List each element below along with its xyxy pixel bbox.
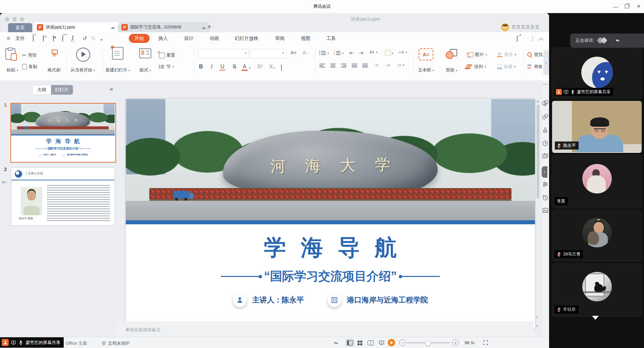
slide2-thumbnail[interactable]: 丨主讲人介绍 陈永平 教授 (11, 167, 115, 226)
menu-tools[interactable]: 工具 (326, 36, 336, 42)
font-color-button[interactable]: A (241, 64, 248, 71)
participant-tile[interactable]: 28马兰青 (552, 210, 642, 261)
participant-tile-video[interactable]: 陈永平 (552, 101, 642, 153)
paste-icon[interactable] (5, 48, 15, 60)
protection-status[interactable]: 文档未保护 (101, 340, 130, 346)
find-button[interactable]: 查找 (527, 52, 543, 58)
picture-button[interactable]: 图片 ▾ (467, 52, 487, 58)
shapes-icon[interactable] (445, 48, 458, 59)
view-sorter-button[interactable] (356, 339, 364, 347)
smart-beautify-icon[interactable] (542, 140, 548, 147)
align-center-icon[interactable] (330, 64, 336, 67)
shapes-button[interactable]: 形状 ▾ (441, 67, 462, 73)
slide-photo[interactable]: 河海大学 (126, 99, 535, 220)
speaking-indicator-bar[interactable]: 正在讲话: (570, 34, 644, 48)
restore-button[interactable] (623, 3, 631, 10)
next-slide-button[interactable]: » (534, 323, 541, 331)
align-right-icon[interactable] (341, 64, 346, 67)
participant-tile[interactable]: 李昊 (552, 155, 642, 208)
view-normal-button[interactable] (345, 339, 354, 347)
decrease-indent-icon[interactable]: ⇤ (350, 50, 354, 55)
hamburger-menu-icon[interactable]: ≡ (7, 36, 10, 41)
font-name-select[interactable] (198, 49, 249, 58)
superscript-button[interactable]: X² (256, 64, 264, 70)
subscript-button[interactable]: X₂ (268, 64, 276, 70)
print-icon[interactable] (62, 36, 63, 41)
media-library-icon[interactable] (542, 207, 548, 214)
slide-title[interactable]: 学海导航 (126, 233, 535, 263)
bullet-list-dropdown-icon[interactable]: ▾ (327, 52, 329, 55)
menu-review[interactable]: 审阅 (275, 36, 284, 42)
menu-slideshow[interactable]: 幻灯片放映 (235, 36, 258, 42)
panel-close-icon[interactable]: ✕ (109, 86, 114, 93)
zoom-in-icon[interactable]: + (452, 339, 459, 346)
line-spacing-down-icon[interactable]: ↓≡ (386, 63, 390, 67)
more-participants-icon[interactable] (592, 316, 599, 320)
back-arrow-icon[interactable] (615, 38, 621, 44)
close-button[interactable]: × (634, 3, 643, 10)
slide-subtitle-row[interactable]: “国际学习交流项目介绍” (126, 268, 535, 285)
new-slide-button[interactable]: 新建幻灯片 ▾ (101, 67, 134, 73)
outline-button[interactable]: 轮廓 ▾ (497, 64, 516, 70)
new-tab-button[interactable]: + (207, 23, 211, 31)
italic-button[interactable]: I (207, 64, 216, 70)
reset-button[interactable]: 重置 (159, 52, 175, 58)
scrollbar-thumb[interactable] (537, 105, 539, 198)
bold-button[interactable]: B (197, 64, 205, 70)
fullscreen-icon[interactable] (483, 340, 488, 347)
menu-home[interactable]: 开始 (129, 34, 150, 43)
tab-slides[interactable]: 幻灯片 (51, 85, 73, 95)
share-icon[interactable] (517, 36, 518, 41)
placeholder-dropdown-icon[interactable]: ▾ (392, 52, 393, 55)
print-preview-icon[interactable] (72, 36, 73, 41)
align-distribute-icon[interactable] (362, 64, 368, 67)
placeholder-box-icon[interactable] (385, 50, 391, 56)
save-icon[interactable] (43, 36, 44, 41)
menu-file[interactable]: 文件 (15, 36, 25, 42)
undo-icon[interactable]: ↺ (83, 36, 87, 41)
home-button[interactable]: 首页 (8, 23, 32, 32)
history-icon[interactable] (542, 194, 548, 201)
align-text-icon[interactable]: ⌐A▾ (398, 50, 407, 55)
zoom-level[interactable]: 96 % (465, 340, 475, 345)
notes-toggle-icon[interactable]: ≡▾ (334, 340, 337, 345)
format-painter-button[interactable]: 格式刷 (44, 67, 64, 73)
animation-star-icon[interactable]: ≡☆ (2, 180, 7, 185)
object-shapes-icon[interactable] (542, 113, 548, 120)
line-spacing-icon[interactable]: ↕≡▾ (397, 63, 404, 67)
strikethrough-button[interactable]: S (230, 64, 239, 70)
align-left-icon[interactable] (319, 64, 325, 67)
participant-tile-sharer[interactable]: 廖芳艺的屏幕共享 (552, 48, 642, 99)
tab-outline[interactable]: 大纲 (33, 85, 51, 95)
new-slide-icon[interactable] (107, 47, 129, 60)
slide-canvas[interactable]: 河海大学 学海导航 “国际学习交流项目介绍” (126, 99, 535, 329)
underline-button[interactable]: U (219, 64, 225, 70)
traffic-light-close[interactable] (5, 17, 9, 21)
slide1-thumbnail[interactable]: 河海大学 学海导航 “国际学习交流项目介绍” 主讲人：陈永平 港口海岸与近海工程… (10, 103, 116, 163)
document-tab-active[interactable]: P 讲座ppt(1).pptx ☁ × (34, 22, 123, 32)
font-size-select[interactable] (250, 49, 286, 58)
paste-button[interactable]: 粘贴 ▾ (2, 67, 23, 73)
previous-slide-button[interactable]: « (534, 314, 541, 323)
menu-animation[interactable]: 动画 (210, 36, 219, 42)
ribbon-expand-strip[interactable]: › (543, 50, 549, 75)
output-icon[interactable] (53, 36, 54, 41)
numbered-list-dropdown-icon[interactable]: ▾ (342, 52, 344, 55)
zoom-out-icon[interactable]: − (399, 339, 406, 346)
clear-format-icon[interactable] (281, 64, 282, 70)
traffic-light-minimize[interactable] (12, 17, 17, 21)
traffic-light-zoom[interactable] (20, 17, 24, 21)
increase-indent-icon[interactable]: ⇥ (359, 50, 363, 55)
wordart-icon[interactable] (542, 127, 548, 133)
layout-icon[interactable] (135, 47, 156, 58)
panel-collapse-handle[interactable]: › (542, 166, 547, 178)
scrollbar-up-icon[interactable]: ▲ (536, 99, 540, 103)
copy-button[interactable]: 复制 (22, 64, 37, 70)
view-reading-button[interactable] (366, 339, 375, 347)
textbox-icon[interactable]: A= (419, 48, 433, 60)
layout-button[interactable]: 版式 ▾ (135, 67, 156, 73)
font-increase-button[interactable]: A+ (290, 50, 297, 55)
text-direction-icon[interactable]: ‖A▾ (370, 50, 378, 55)
menu-insert[interactable]: 插入 (158, 36, 168, 42)
slide-info-row[interactable]: 主讲人：陈永平 港口海岸与近海工程学院 (126, 293, 535, 307)
